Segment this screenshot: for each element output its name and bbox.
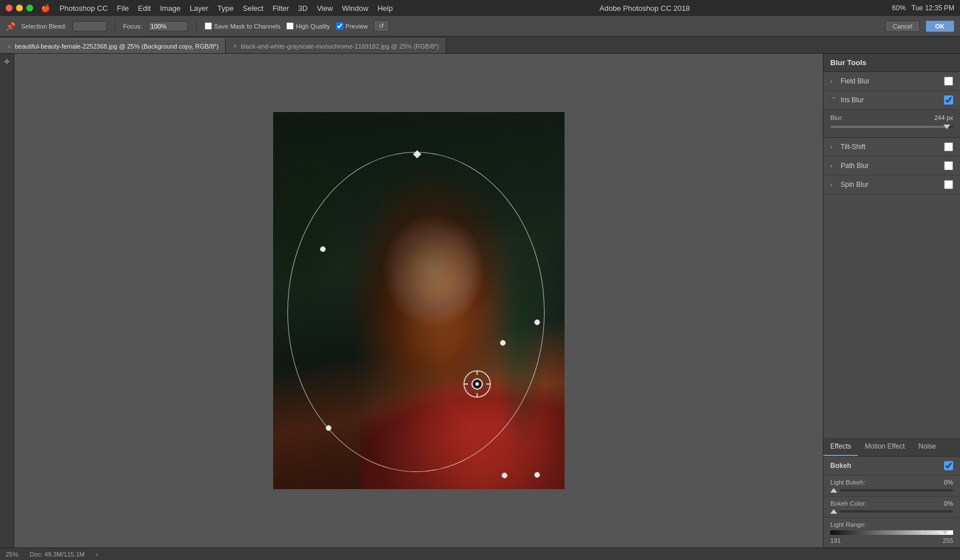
light-bokeh-slider-row[interactable] [830, 488, 953, 493]
menu-file[interactable]: File [117, 4, 129, 13]
maximize-button[interactable] [26, 5, 33, 11]
save-mask-group: Save Mask to Channels [205, 22, 281, 30]
bokeh-color-value: 0% [930, 500, 953, 507]
light-bokeh-value: 0% [930, 479, 953, 486]
handle-right-inner[interactable] [500, 340, 506, 346]
tilt-shift-label: Tilt-Shift [841, 143, 944, 151]
expand-arrow-icon: › [831, 97, 837, 103]
menu-help[interactable]: Help [378, 4, 393, 13]
tab-motion-effect[interactable]: Motion Effect [858, 438, 911, 456]
path-blur-item[interactable]: › Path Blur [823, 157, 960, 175]
light-bokeh-slider-thumb[interactable] [830, 488, 837, 493]
menu-select[interactable]: Select [243, 4, 263, 13]
move-tool[interactable]: ✛ [1, 56, 13, 67]
light-range-thumb-left[interactable] [919, 531, 925, 535]
tab-close-icon[interactable]: ✕ [233, 43, 237, 49]
handle-top-left[interactable] [320, 246, 326, 252]
bokeh-checkbox[interactable] [944, 461, 953, 470]
blur-slider-row[interactable] [830, 126, 953, 130]
bokeh-color-slider-thumb[interactable] [830, 509, 837, 514]
preview-checkbox[interactable] [336, 22, 343, 30]
effects-tabs: Effects Motion Effect Noise [823, 438, 960, 457]
blur-slider-thumb[interactable] [943, 125, 950, 129]
menu-layer[interactable]: Layer [190, 4, 209, 13]
canvas-container [273, 112, 565, 489]
reset-preview-button[interactable]: ↺ [374, 20, 389, 32]
focus-input[interactable] [148, 21, 188, 31]
blur-value: 244 px [925, 114, 953, 121]
menu-type[interactable]: Type [218, 4, 234, 13]
tab-noise[interactable]: Noise [911, 438, 943, 456]
iris-blur-checkbox[interactable] [944, 95, 953, 105]
iris-center-control[interactable] [463, 370, 491, 398]
pin-icon: 📌 [6, 22, 15, 31]
handle-right[interactable] [534, 319, 540, 325]
bokeh-color-slider-row[interactable] [830, 509, 953, 514]
spacer [823, 194, 960, 438]
ok-button[interactable]: OK [926, 21, 955, 32]
light-bokeh-label: Light Bokeh: [830, 479, 930, 486]
blur-slider-track[interactable] [830, 126, 953, 128]
expand-arrow-icon: › [830, 144, 837, 150]
blur-tools-header: Blur Tools [823, 54, 960, 72]
iris-blur-section: › Iris Blur Blur: 244 px [823, 91, 960, 138]
separator [196, 21, 197, 32]
blur-slider-fill [830, 126, 947, 128]
field-blur-item[interactable]: › Field Blur [823, 72, 960, 91]
clock: Tue 12:35 PM [911, 4, 954, 12]
status-bar: 25% Doc: 49.3M/115.1M › [0, 547, 960, 560]
field-blur-checkbox[interactable] [944, 77, 953, 86]
focus-label: Focus: [123, 23, 142, 30]
mac-titlebar: 🍎 Photoshop CC File Edit Image Layer Typ… [0, 0, 960, 16]
cancel-button[interactable]: Cancel [885, 21, 919, 32]
iris-blur-item[interactable]: › Iris Blur [823, 91, 960, 110]
arrow-icon[interactable]: › [96, 551, 98, 558]
tab-effects[interactable]: Effects [823, 438, 858, 456]
blur-control-row: Blur: 244 px [830, 114, 953, 121]
preview-label: Preview [346, 23, 368, 30]
menu-filter[interactable]: Filter [273, 4, 289, 13]
tab-label: beautiful-beauty-female-2252368.jpg @ 25… [15, 43, 218, 50]
light-bokeh-slider[interactable] [839, 489, 953, 491]
expand-arrow-icon: › [830, 182, 837, 188]
doc-info: Doc: 49.3M/115.1M [30, 551, 85, 558]
preview-group: Preview [336, 22, 368, 30]
tab-bar: ✕ beautiful-beauty-female-2252368.jpg @ … [0, 37, 960, 54]
main-area: ✛ [0, 54, 960, 547]
selection-bleed-input[interactable] [73, 21, 107, 31]
tab-grayscale-image[interactable]: ✕ black-and-white-grayscale-monochrome-1… [226, 38, 446, 53]
tab-close-icon[interactable]: ✕ [7, 43, 11, 50]
high-quality-checkbox[interactable] [286, 22, 294, 30]
bokeh-color-slider[interactable] [839, 510, 953, 513]
bokeh-color-item: Bokeh Color: 0% [823, 497, 960, 518]
light-range-track[interactable] [830, 530, 953, 535]
menu-3d[interactable]: 3D [298, 4, 308, 13]
apple-menu[interactable]: 🍎 [41, 4, 50, 13]
tab-beauty-image[interactable]: ✕ beautiful-beauty-female-2252368.jpg @ … [0, 38, 226, 53]
menu-edit[interactable]: Edit [138, 4, 151, 13]
tilt-shift-checkbox[interactable] [944, 142, 953, 151]
light-range-values: 191 255 [830, 537, 953, 544]
tab-label: black-and-white-grayscale-monochrome-116… [241, 43, 439, 50]
menu-image[interactable]: Image [160, 4, 181, 13]
handle-bottom-right[interactable] [534, 472, 540, 478]
handle-bottom[interactable] [502, 473, 507, 478]
menu-window[interactable]: Window [342, 4, 368, 13]
menu-view[interactable]: View [317, 4, 333, 13]
tilt-shift-item[interactable]: › Tilt-Shift [823, 138, 960, 157]
minimize-button[interactable] [16, 5, 23, 11]
canvas-area[interactable] [14, 54, 823, 547]
light-range-thumb-right[interactable] [942, 531, 948, 535]
close-button[interactable] [6, 5, 13, 11]
light-range-right-value: 255 [943, 537, 953, 544]
spin-blur-item[interactable]: › Spin Blur [823, 175, 960, 194]
handle-bottom-left[interactable] [326, 425, 331, 431]
selection-bleed-label: Selection Bleed: [21, 23, 67, 30]
menu-photoshop[interactable]: Photoshop CC [59, 4, 108, 13]
left-sidebar: ✛ [0, 54, 14, 547]
bokeh-color-header: Bokeh Color: 0% [830, 500, 953, 507]
spin-blur-checkbox[interactable] [944, 180, 953, 189]
save-mask-checkbox[interactable] [205, 22, 212, 30]
separator [115, 21, 115, 32]
path-blur-checkbox[interactable] [944, 161, 953, 170]
